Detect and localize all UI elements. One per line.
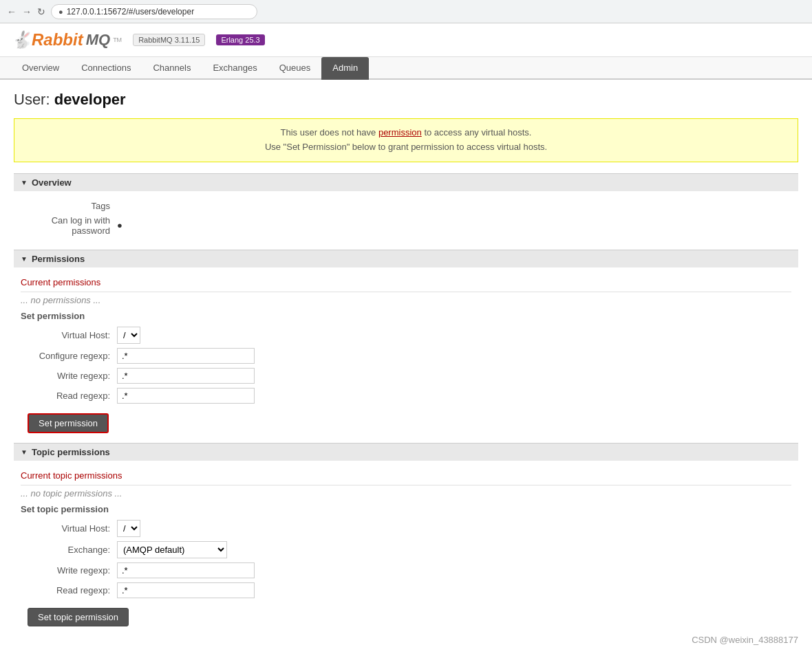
topic-permissions-arrow: ▼ (21, 448, 28, 456)
write-row: Write regexp: (21, 368, 791, 384)
configure-input[interactable] (117, 348, 255, 364)
overview-title: Overview (32, 177, 72, 188)
logo-mq: MQ (86, 31, 110, 49)
permission-link[interactable]: permission (378, 127, 422, 138)
read-input[interactable] (117, 388, 255, 404)
overview-arrow: ▼ (21, 179, 28, 186)
topic-exchange-row: Exchange: (AMQP default) (21, 541, 791, 558)
erlang-badge: Erlang 25.3 (216, 34, 264, 45)
current-topic-permissions-title: Current topic permissions (21, 470, 791, 481)
warning-line2: Use "Set Permission" below to grant perm… (25, 140, 787, 155)
permissions-section-header[interactable]: ▼ Permissions (14, 250, 798, 267)
topic-exchange-select[interactable]: (AMQP default) (117, 541, 227, 558)
reload-button[interactable]: ↻ (37, 6, 45, 17)
vhost-select[interactable]: / (117, 327, 140, 344)
can-login-value: ● (117, 220, 122, 230)
nav-queues[interactable]: Queues (268, 57, 322, 80)
can-login-label: Can log in with password (21, 215, 117, 236)
set-permission-button[interactable]: Set permission (28, 413, 109, 433)
topic-write-label: Write regexp: (21, 565, 117, 576)
main-content: User: developer This user does not have … (0, 80, 812, 647)
logo-rabbit: 🐇Rabbit (11, 30, 83, 50)
no-topic-permissions-text: ... no topic permissions ... (21, 488, 791, 499)
overview-section-body: Tags Can log in with password ● (14, 197, 798, 250)
current-permissions-title: Current permissions (21, 277, 791, 287)
lock-icon: ● (58, 8, 63, 16)
nav-admin[interactable]: Admin (321, 57, 369, 80)
write-input[interactable] (117, 368, 255, 384)
can-login-row: Can log in with password ● (21, 215, 791, 236)
logo: 🐇Rabbit MQ TM (11, 30, 122, 50)
topic-permissions-section-header[interactable]: ▼ Topic permissions (14, 443, 798, 461)
topic-vhost-row: Virtual Host: / (21, 520, 791, 537)
forward-button[interactable]: → (22, 6, 32, 17)
version-badge: RabbitMQ 3.11.15 (133, 34, 205, 46)
topic-vhost-label: Virtual Host: (21, 523, 117, 534)
topic-permissions-title: Topic permissions (32, 447, 110, 457)
nav-bar: Overview Connections Channels Exchanges … (0, 57, 812, 80)
nav-exchanges[interactable]: Exchanges (202, 57, 268, 80)
permissions-arrow: ▼ (21, 255, 28, 263)
topic-read-row: Read regexp: (21, 582, 791, 598)
topic-vhost-select[interactable]: / (117, 520, 140, 537)
tags-row: Tags (21, 201, 791, 211)
set-topic-permission-button[interactable]: Set topic permission (28, 608, 129, 626)
topic-read-label: Read regexp: (21, 585, 117, 595)
configure-label: Configure regexp: (21, 351, 117, 361)
tags-label: Tags (21, 201, 117, 211)
app-header: 🐇Rabbit MQ TM RabbitMQ 3.11.15 Erlang 25… (0, 23, 812, 57)
topic-write-input[interactable] (117, 562, 255, 578)
overview-section-header[interactable]: ▼ Overview (14, 173, 798, 191)
topic-read-input[interactable] (117, 582, 255, 598)
configure-row: Configure regexp: (21, 348, 791, 364)
warning-box: This user does not have permission to ac… (14, 118, 798, 162)
vhost-label: Virtual Host: (21, 330, 117, 340)
warning-line1: This user does not have permission to ac… (25, 126, 787, 140)
permissions-title: Permissions (32, 254, 85, 264)
read-label: Read regexp: (21, 391, 117, 401)
browser-bar: ← → ↻ ● 127.0.0.1:15672/#/users/develope… (0, 0, 812, 23)
nav-overview[interactable]: Overview (11, 57, 70, 80)
url-bar[interactable]: ● 127.0.0.1:15672/#/users/developer (51, 4, 257, 19)
no-permissions-text: ... no permissions ... (21, 295, 791, 305)
topic-exchange-label: Exchange: (21, 545, 117, 555)
topic-permissions-section-body: Current topic permissions ... no topic p… (14, 466, 798, 636)
permissions-section-body: Current permissions ... no permissions .… (14, 273, 798, 443)
topic-write-row: Write regexp: (21, 562, 791, 578)
nav-connections[interactable]: Connections (70, 57, 142, 80)
vhost-row: Virtual Host: / (21, 327, 791, 344)
set-permission-label: Set permission (21, 311, 791, 321)
back-button[interactable]: ← (7, 6, 17, 17)
page-title: User: developer (14, 91, 798, 109)
nav-channels[interactable]: Channels (142, 57, 202, 80)
url-text: 127.0.0.1:15672/#/users/developer (67, 7, 194, 17)
read-row: Read regexp: (21, 388, 791, 404)
write-label: Write regexp: (21, 371, 117, 381)
logo-tm: TM (113, 36, 122, 43)
set-topic-permission-label: Set topic permission (21, 504, 791, 514)
footer-watermark: CSDN @weixin_43888177 (692, 635, 798, 645)
